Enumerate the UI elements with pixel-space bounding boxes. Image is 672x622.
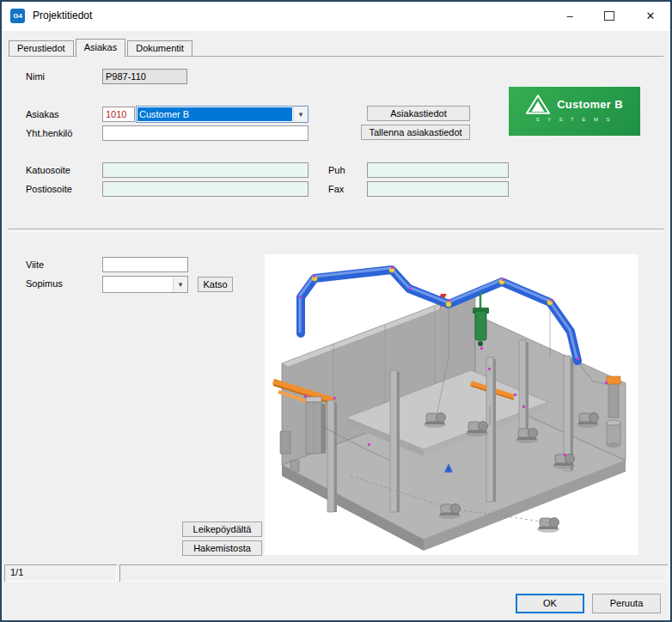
tabstrip: Perustiedot Asiakas Dokumentit bbox=[9, 38, 194, 57]
statusbar-message bbox=[119, 564, 668, 582]
sopimus-combobox[interactable]: ▾ bbox=[102, 276, 188, 293]
tab-perustiedot[interactable]: Perustiedot bbox=[9, 40, 74, 56]
from-directory-button[interactable]: Hakemistosta bbox=[182, 540, 262, 556]
label-katuosoite: Katuosoite bbox=[26, 165, 70, 175]
customer-logo: Customer B S Y S T E M S bbox=[509, 87, 640, 136]
close-icon: ✕ bbox=[646, 9, 656, 22]
tab-asiakas[interactable]: Asiakas bbox=[76, 39, 126, 57]
tab-dokumentit[interactable]: Dokumentit bbox=[127, 40, 192, 56]
ok-button[interactable]: OK bbox=[516, 594, 584, 613]
chevron-down-icon[interactable]: ▾ bbox=[293, 107, 308, 122]
sopimus-selected-value bbox=[104, 277, 172, 291]
maximize-icon bbox=[604, 11, 614, 21]
from-clipboard-button[interactable]: Leikepöydältä bbox=[182, 521, 262, 537]
katso-button[interactable]: Katso bbox=[198, 277, 233, 292]
logo-subtitle: S Y S T E M S bbox=[509, 117, 640, 122]
window-title: Projektitiedot bbox=[33, 2, 92, 30]
preview-panel bbox=[265, 254, 638, 555]
customer-info-button[interactable]: Asiakastiedot bbox=[367, 106, 470, 121]
label-fax: Fax bbox=[328, 184, 344, 194]
asiakas-selected-value: Customer B bbox=[137, 107, 292, 121]
preview-3d-image bbox=[265, 254, 638, 555]
separator-line bbox=[9, 229, 663, 232]
fax-field[interactable] bbox=[367, 181, 509, 197]
label-asiakas: Asiakas bbox=[26, 109, 59, 119]
minimize-button[interactable]: – bbox=[550, 2, 590, 29]
close-button[interactable]: ✕ bbox=[631, 2, 670, 29]
minimize-icon: – bbox=[566, 9, 572, 22]
label-nimi: Nimi bbox=[26, 71, 45, 82]
yhthenkilo-field[interactable] bbox=[102, 125, 309, 141]
label-yhthenkilo: Yht.henkilö bbox=[26, 128, 72, 138]
save-customer-info-button[interactable]: Tallenna asiakastiedot bbox=[361, 125, 470, 140]
nimi-field[interactable] bbox=[102, 69, 187, 84]
label-postiosoite: Postiosoite bbox=[26, 184, 72, 194]
postiosoite-field[interactable] bbox=[102, 181, 309, 197]
logo-triangle-icon bbox=[526, 95, 550, 114]
viite-field[interactable] bbox=[102, 257, 188, 272]
label-viite: Viite bbox=[26, 259, 44, 270]
titlebar: G4 Projektitiedot – ✕ bbox=[2, 2, 670, 31]
label-puh: Puh bbox=[328, 165, 345, 175]
statusbar: 1/1 bbox=[4, 564, 668, 582]
app-icon: G4 bbox=[10, 9, 25, 23]
label-sopimus: Sopimus bbox=[26, 278, 63, 289]
katuosoite-field[interactable] bbox=[102, 162, 309, 178]
dialog-projektitiedot: G4 Projektitiedot – ✕ Perustiedot Asiaka… bbox=[0, 0, 672, 622]
statusbar-pages: 1/1 bbox=[4, 564, 117, 582]
cancel-button[interactable]: Peruuta bbox=[592, 594, 661, 613]
puh-field[interactable] bbox=[367, 162, 509, 178]
chevron-down-icon[interactable]: ▾ bbox=[173, 277, 187, 292]
asiakas-code-field[interactable] bbox=[102, 107, 135, 122]
maximize-button[interactable] bbox=[590, 2, 629, 29]
logo-name: Customer B bbox=[557, 98, 623, 111]
asiakas-combobox[interactable]: Customer B ▾ bbox=[136, 106, 309, 123]
